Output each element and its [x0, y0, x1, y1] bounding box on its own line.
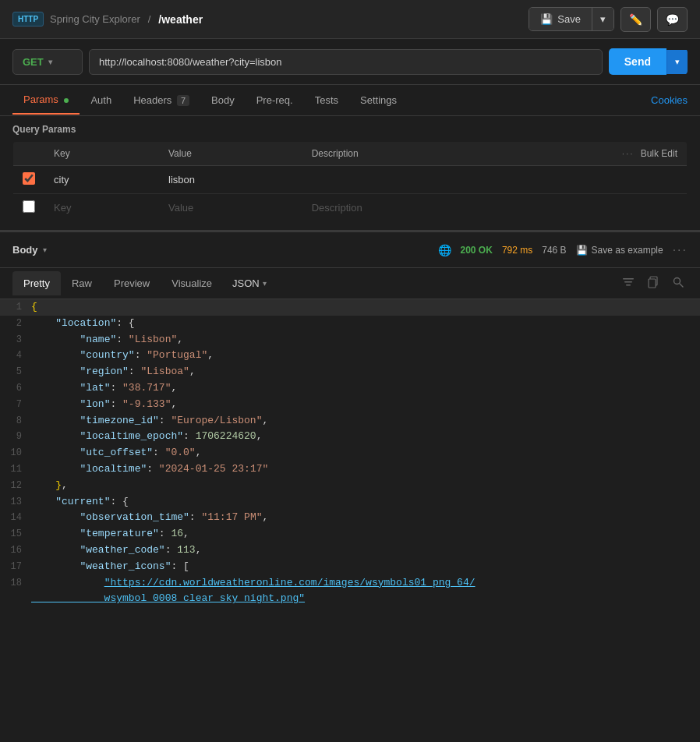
top-bar-left: HTTP Spring City Explorer / /weather — [12, 12, 529, 26]
tab-settings[interactable]: Settings — [349, 87, 408, 114]
tab-pre-req-label: Pre-req. — [256, 94, 293, 106]
resp-tab-raw[interactable]: Raw — [61, 271, 103, 295]
cookies-link[interactable]: Cookies — [651, 94, 688, 106]
tab-pre-req[interactable]: Pre-req. — [246, 87, 304, 114]
param-value[interactable]: lisbon — [159, 166, 302, 194]
tab-params[interactable]: Params — [12, 86, 80, 115]
filter-icon-button[interactable] — [619, 273, 638, 294]
th-description-label: Description — [312, 148, 359, 159]
method-label: GET — [23, 56, 44, 68]
svg-rect-2 — [626, 284, 631, 286]
json-line: 6 "lat": "38.717", — [0, 380, 700, 397]
breadcrumb-current: /weather — [158, 13, 203, 26]
th-value: Value — [159, 142, 302, 166]
table-row: city lisbon — [13, 166, 688, 194]
json-line: 18 "https://cdn.worldweatheronline.com/i… — [0, 575, 700, 608]
more-icon[interactable]: ··· — [622, 148, 635, 159]
json-line: 5 "region": "Lisboa", — [0, 364, 700, 380]
json-line: 9 "localtime_epoch": 1706224620, — [0, 429, 700, 445]
param-description[interactable] — [302, 166, 688, 194]
save-button-group: 💾 Save ▾ — [529, 7, 614, 31]
empty-key-placeholder[interactable]: Key — [44, 194, 159, 222]
json-line: 7 "lon": "-9.133", — [0, 397, 700, 413]
save-example-icon: 💾 — [576, 245, 588, 256]
table-row-empty: Key Value Description — [13, 194, 688, 222]
empty-value-placeholder[interactable]: Value — [159, 194, 302, 222]
http-badge: HTTP — [12, 12, 44, 26]
query-params-section: Query Params Key Value Description ··· B… — [0, 116, 700, 230]
json-format-select[interactable]: JSON ▾ — [232, 277, 267, 289]
response-bar-left: Body ▾ — [12, 244, 47, 256]
json-line: 4 "country": "Portugal", — [0, 348, 700, 364]
json-line: 17 "weather_icons": [ — [0, 559, 700, 575]
tab-headers-label: Headers — [133, 94, 171, 106]
row-checkbox-cell[interactable] — [13, 166, 45, 194]
save-example-button[interactable]: 💾 Save as example — [576, 245, 663, 256]
save-example-label: Save as example — [592, 245, 663, 256]
save-button[interactable]: 💾 Save — [529, 8, 592, 30]
empty-description-placeholder[interactable]: Description — [302, 194, 688, 222]
param-key[interactable]: city — [44, 166, 159, 194]
empty-param-checkbox[interactable] — [23, 200, 35, 213]
top-bar-right: 💾 Save ▾ ✏️ 💬 — [529, 7, 688, 32]
tab-headers[interactable]: Headers 7 — [122, 87, 200, 114]
resp-toolbar-icons — [619, 273, 688, 294]
send-dropdown-button[interactable]: ▾ — [666, 50, 688, 74]
comment-button[interactable]: 💬 — [657, 7, 688, 32]
globe-icon[interactable]: 🌐 — [438, 244, 451, 256]
tab-params-label: Params — [23, 94, 58, 105]
method-select[interactable]: GET ▾ — [12, 49, 83, 75]
save-label: Save — [557, 13, 581, 25]
th-checkbox — [13, 142, 45, 166]
response-section: Body ▾ 🌐 200 OK 792 ms 746 B 💾 Save as e… — [0, 230, 700, 742]
json-line: 8 "timezone_id": "Europe/Lisbon", — [0, 413, 700, 429]
resp-tab-preview[interactable]: Preview — [103, 271, 161, 295]
tab-settings-label: Settings — [360, 94, 397, 106]
send-button-group: Send ▾ — [609, 48, 688, 75]
save-dropdown-button[interactable]: ▾ — [592, 8, 613, 30]
json-viewer: 1 { 2 "location": { 3 "name": "Lisbon", … — [0, 299, 700, 742]
send-button[interactable]: Send — [609, 48, 666, 75]
empty-checkbox-cell[interactable] — [13, 194, 45, 222]
query-params-title: Query Params — [12, 124, 688, 135]
resp-tab-raw-label: Raw — [72, 277, 92, 289]
svg-line-6 — [680, 284, 683, 287]
tab-body[interactable]: Body — [200, 87, 246, 114]
tab-tests[interactable]: Tests — [304, 87, 349, 114]
response-bar: Body ▾ 🌐 200 OK 792 ms 746 B 💾 Save as e… — [0, 232, 700, 268]
svg-rect-1 — [624, 281, 632, 283]
headers-count-badge: 7 — [177, 95, 189, 106]
resp-tab-visualize[interactable]: Visualize — [161, 271, 223, 295]
json-format-chevron-icon[interactable]: ▾ — [263, 279, 267, 288]
breadcrumb-parent[interactable]: Spring City Explorer — [50, 13, 140, 25]
tab-tests-label: Tests — [315, 94, 338, 106]
th-actions: ··· Bulk Edit — [622, 148, 677, 159]
json-line: 13 "current": { — [0, 494, 700, 511]
copy-icon-button[interactable] — [644, 273, 663, 294]
response-bar-right: 🌐 200 OK 792 ms 746 B 💾 Save as example … — [438, 243, 688, 257]
tab-auth[interactable]: Auth — [80, 87, 122, 114]
edit-button[interactable]: ✏️ — [620, 7, 651, 32]
bulk-edit-button[interactable]: Bulk Edit — [641, 148, 677, 159]
params-dot-indicator — [64, 98, 69, 103]
response-more-icon[interactable]: ··· — [673, 243, 688, 257]
param-checkbox[interactable] — [23, 172, 35, 185]
params-table: Key Value Description ··· Bulk Edit — [12, 141, 688, 222]
search-icon-button[interactable] — [669, 273, 688, 294]
body-label[interactable]: Body — [12, 244, 38, 256]
json-line: 16 "weather_code": 113, — [0, 542, 700, 559]
status-code: 200 OK — [461, 245, 493, 256]
json-format-label: JSON — [232, 277, 260, 289]
json-line: 10 "utc_offset": "0.0", — [0, 445, 700, 461]
json-line: 11 "localtime": "2024-01-25 23:17" — [0, 461, 700, 478]
url-input[interactable] — [89, 49, 603, 75]
svg-point-5 — [674, 278, 681, 284]
json-line: 3 "name": "Lisbon", — [0, 332, 700, 348]
th-key: Key — [44, 142, 159, 166]
tab-auth-label: Auth — [90, 94, 111, 106]
method-chevron-icon: ▾ — [48, 58, 52, 66]
body-chevron-icon[interactable]: ▾ — [43, 246, 47, 254]
resp-tab-pretty[interactable]: Pretty — [12, 271, 61, 295]
breadcrumb-separator: / — [148, 13, 151, 25]
resp-tab-visualize-label: Visualize — [171, 277, 212, 289]
